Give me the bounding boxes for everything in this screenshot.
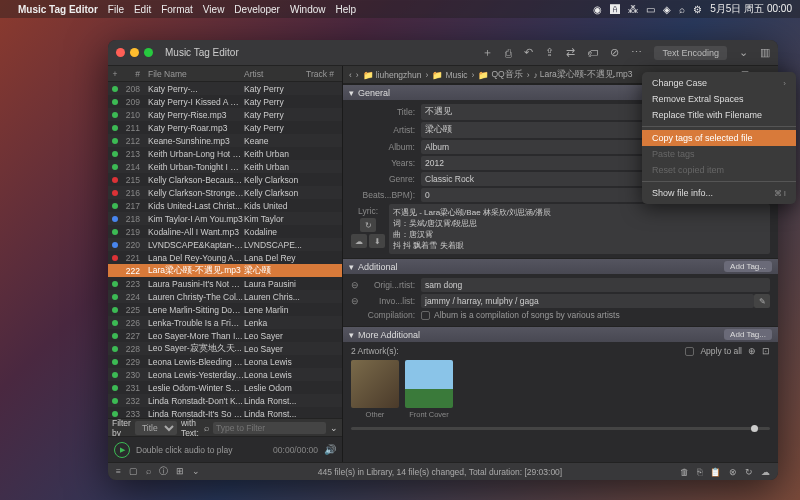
app-menu[interactable]: Music Tag Editor <box>18 4 98 15</box>
ctx-show-file-info[interactable]: Show file info...⌘ I <box>642 185 796 201</box>
orig-artist-field[interactable]: sam dong <box>421 278 770 292</box>
wifi-icon[interactable]: ◈ <box>663 4 671 15</box>
clear-icon[interactable]: ⊘ <box>610 46 619 59</box>
table-row[interactable]: 226Lenka-Trouble Is a Frien...Lenka <box>108 316 342 329</box>
menu-window[interactable]: Window <box>290 4 326 15</box>
table-row[interactable]: 230Leona Lewis-Yesterday....Leona Lewis <box>108 368 342 381</box>
minimize-button[interactable] <box>130 48 139 57</box>
table-row[interactable]: 223Laura Pausini-It's Not G...Laura Paus… <box>108 277 342 290</box>
involved-field[interactable]: jammy / harray, mulphy / gaga <box>421 294 754 308</box>
table-row[interactable]: 209Katy Perry-I Kissed A Gi...Katy Perry <box>108 95 342 108</box>
menu-edit[interactable]: Edit <box>134 4 151 15</box>
lyric-refresh-icon[interactable]: ↻ <box>360 218 376 232</box>
table-row[interactable]: 232Linda Ronstadt-Don't K...Linda Ronst.… <box>108 394 342 407</box>
text-encoding-button[interactable]: Text Encoding <box>654 46 727 60</box>
filter-input[interactable] <box>213 422 326 434</box>
lyric-field[interactable]: 不遇见 - Lara梁心颐/Bae 林采欣/刘思涵/潘辰 词：吴斌/唐汉霄/段思… <box>389 204 770 254</box>
sb-paste-icon[interactable]: 📋 <box>710 467 721 477</box>
art-add-icon[interactable]: ⊕ <box>748 346 756 356</box>
sb-trash-icon[interactable]: 🗑 <box>680 467 689 477</box>
remove-tag-icon[interactable]: ⊖ <box>351 280 363 290</box>
artwork-thumb-front[interactable]: Front Cover <box>405 360 453 419</box>
table-row[interactable]: 229Leona Lewis-Bleeding L...Leona Lewis <box>108 355 342 368</box>
lyric-download-icon[interactable]: ⬇ <box>369 234 385 248</box>
table-row[interactable]: 213Keith Urban-Long Hot S...Keith Urban <box>108 147 342 160</box>
export-icon[interactable]: ⇪ <box>545 46 554 59</box>
play-button[interactable]: ▶ <box>114 442 130 458</box>
sb-folder-icon[interactable]: ▢ <box>129 466 138 478</box>
sb-chevron-icon[interactable]: ⌄ <box>192 466 200 478</box>
add-column-icon[interactable]: + <box>108 69 122 79</box>
table-row[interactable]: 231Leslie Odom-Winter Son...Leslie Odom <box>108 381 342 394</box>
art-action-icon[interactable]: ⊡ <box>762 346 770 356</box>
table-row[interactable]: 228Leo Sayer-寂寞地久天...Leo Sayer <box>108 342 342 355</box>
add-icon[interactable]: ＋ <box>482 45 493 60</box>
control-center-icon[interactable]: ⚙ <box>693 4 702 15</box>
menu-view[interactable]: View <box>203 4 225 15</box>
battery-icon[interactable]: ▭ <box>646 4 655 15</box>
clock[interactable]: 5月5日 周五 00:00 <box>710 2 792 16</box>
remove-tag-icon[interactable]: ⊖ <box>351 296 363 306</box>
ctx-replace-title[interactable]: Replace Title with Filename <box>642 107 796 123</box>
record-icon[interactable]: ◉ <box>593 4 602 15</box>
add-tag-button[interactable]: Add Tag... <box>724 261 772 272</box>
sb-search-icon[interactable]: ⌕ <box>146 466 151 478</box>
volume-icon[interactable]: 🔊 <box>324 444 336 455</box>
table-row[interactable]: 233Linda Ronstadt-It's So E...Linda Rons… <box>108 407 342 418</box>
menu-file[interactable]: File <box>108 4 124 15</box>
menu-format[interactable]: Format <box>161 4 193 15</box>
table-row[interactable]: 214Keith Urban-Tonight I W...Keith Urban <box>108 160 342 173</box>
table-row[interactable]: 222Lara梁心颐-不遇见.mp3梁心颐 <box>108 264 342 277</box>
sb-list-icon[interactable]: ≡ <box>116 466 121 478</box>
section-more[interactable]: ▾ More AdditionalAdd Tag... <box>343 326 778 342</box>
more-icon[interactable]: ⋯ <box>631 46 642 59</box>
table-row[interactable]: 219Kodaline-All I Want.mp3Kodaline <box>108 225 342 238</box>
crumb-3[interactable]: Lara梁心颐-不遇见.mp3 <box>540 69 633 81</box>
menu-developer[interactable]: Developer <box>234 4 280 15</box>
sb-copy-icon[interactable]: ⎘ <box>697 467 702 477</box>
sb-clear-icon[interactable]: ⊗ <box>729 467 737 477</box>
lyric-cloud-icon[interactable]: ☁ <box>351 234 367 248</box>
filter-chevron-icon[interactable]: ⌄ <box>330 423 338 433</box>
zoom-slider[interactable] <box>351 427 770 430</box>
table-row[interactable]: 218Kim Taylor-I Am You.mp3Kim Taylor <box>108 212 342 225</box>
chevron-down-icon[interactable]: ⌄ <box>739 46 748 59</box>
table-row[interactable]: 221Lana Del Rey-Young An...Lana Del Rey <box>108 251 342 264</box>
ctx-copy-tags[interactable]: Copy tags of selected file <box>642 130 796 146</box>
table-row[interactable]: 217Kids United-Last Christ...Kids United <box>108 199 342 212</box>
crumb-2[interactable]: QQ音乐 <box>491 69 522 81</box>
nav-fwd-icon[interactable]: › <box>356 70 359 80</box>
col-track[interactable]: Track # <box>306 69 342 79</box>
sb-info-icon[interactable]: ⓘ <box>159 466 168 478</box>
maximize-button[interactable] <box>144 48 153 57</box>
sb-refresh-icon[interactable]: ↻ <box>745 467 753 477</box>
table-row[interactable]: 211Katy Perry-Roar.mp3Katy Perry <box>108 121 342 134</box>
col-artist[interactable]: Artist <box>244 69 306 79</box>
ctx-change-case[interactable]: Change Case› <box>642 75 796 91</box>
headphones-icon[interactable]: 🅰 <box>610 4 620 15</box>
table-row[interactable]: 215Kelly Clarkson-Because...Kelly Clarks… <box>108 173 342 186</box>
menu-help[interactable]: Help <box>336 4 357 15</box>
table-row[interactable]: 225Lene Marlin-Sitting Dow...Lene Marlin <box>108 303 342 316</box>
ctx-remove-spaces[interactable]: Remove Extral Spaces <box>642 91 796 107</box>
undo-icon[interactable]: ↶ <box>524 46 533 59</box>
table-row[interactable]: 227Leo Sayer-More Than I...Leo Sayer <box>108 329 342 342</box>
add-tag-button-2[interactable]: Add Tag... <box>724 329 772 340</box>
table-row[interactable]: 208Katy Perry-...Katy Perry <box>108 82 342 95</box>
panel-toggle-icon[interactable]: ▥ <box>760 46 770 59</box>
rename-icon[interactable]: ⇄ <box>566 46 575 59</box>
table-row[interactable]: 216Kelly Clarkson-Stronger...Kelly Clark… <box>108 186 342 199</box>
artwork-thumb-other[interactable]: Other <box>351 360 399 419</box>
tag-icon[interactable]: 🏷 <box>587 47 598 59</box>
filter-field-select[interactable]: Title <box>135 421 177 435</box>
save-icon[interactable]: ⎙ <box>505 47 512 59</box>
table-row[interactable]: 212Keane-Sunshine.mp3Keane <box>108 134 342 147</box>
sb-cloud-icon[interactable]: ☁ <box>761 467 770 477</box>
crumb-0[interactable]: liuhengzhun <box>376 70 422 80</box>
nav-back-icon[interactable]: ‹ <box>349 70 352 80</box>
table-row[interactable]: 220LVNDSCAPE&Kaptan-W...LVNDSCAPE... <box>108 238 342 251</box>
apply-all-checkbox[interactable] <box>685 347 694 356</box>
col-num[interactable]: # <box>122 69 144 79</box>
search-icon[interactable]: ⌕ <box>679 4 685 15</box>
compilation-checkbox[interactable] <box>421 311 430 320</box>
